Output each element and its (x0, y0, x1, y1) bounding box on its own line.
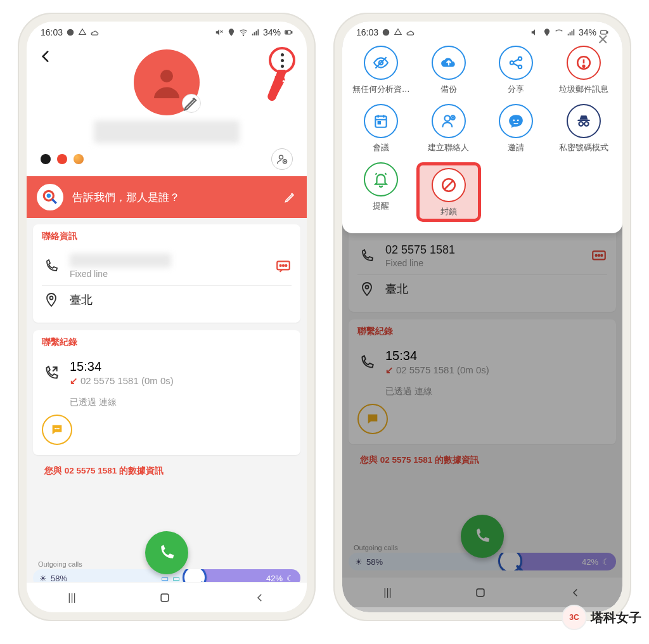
chat-bubble-button[interactable] (42, 415, 72, 445)
phone-icon (44, 259, 59, 274)
svg-rect-45 (577, 120, 590, 121)
sheet-spam[interactable]: 垃圾郵件訊息 (551, 46, 617, 95)
svg-point-3 (243, 35, 243, 35)
call-log-row[interactable]: 15:34 ↙02 5575 1581 (0m 0s) (42, 353, 292, 393)
svg-rect-51 (601, 30, 607, 34)
status-app-icon (66, 28, 75, 37)
status-mute-icon (215, 28, 224, 37)
message-icon[interactable] (275, 258, 292, 274)
person-plus-icon (440, 113, 457, 129)
banner-text: 告訴我們，那人是誰？ (72, 190, 180, 205)
status-battery: 34% (263, 27, 281, 37)
contact-avatar[interactable] (134, 49, 200, 115)
sheet-remind[interactable]: 提醒 (349, 162, 414, 222)
sheet-create-contact[interactable]: 建立聯絡人 (416, 104, 482, 153)
svg-rect-21 (161, 594, 169, 602)
nav-home[interactable] (158, 591, 171, 604)
svg-point-41 (444, 115, 450, 121)
svg-line-49 (444, 181, 453, 190)
bell-icon (373, 171, 389, 188)
svg-point-43 (513, 120, 515, 122)
chat-icon (50, 423, 64, 437)
share-icon (508, 55, 524, 71)
cloud-up-icon (440, 55, 457, 71)
data-info-header: 您與 02 5575 1581 的數據資訊 (33, 463, 300, 480)
phone-icon (157, 543, 176, 562)
incognito-icon (575, 113, 592, 129)
status-wifi-icon (239, 28, 248, 37)
back-button[interactable] (37, 48, 55, 66)
svg-point-20 (58, 428, 60, 429)
add-friend-button[interactable] (271, 148, 293, 170)
outgoing-call-icon (43, 365, 60, 382)
sheet-share[interactable]: 分享 (484, 46, 549, 95)
contact-header (27, 43, 307, 176)
nav-back[interactable] (254, 592, 266, 603)
edit-avatar-button[interactable] (182, 94, 201, 113)
svg-point-17 (50, 297, 53, 300)
phone-mockup-left: 16:03 34% (18, 13, 316, 621)
contact-info-header: 聯絡資訊 (42, 231, 292, 242)
svg-rect-5 (292, 32, 292, 33)
svg-point-16 (285, 265, 286, 266)
action-sheet: ✕ 無任何分析資… 備份 分享 垃圾郵件訊息 (342, 22, 622, 233)
screen-right: 16:03 34% 聯絡資訊 02 5575 1581 Fixed line (342, 22, 622, 612)
contact-info-card: 聯絡資訊 Fixed line 臺北 (33, 224, 300, 323)
history-card: 聯繫紀錄 15:34 ↙02 5575 1581 (0m 0s) 已透過 連線 (33, 330, 300, 455)
pencil-icon (183, 84, 200, 122)
person-icon (148, 63, 186, 101)
watermark-brand: 3C 塔科女子 (562, 605, 641, 630)
connected-via: 已透過 連線 (42, 393, 292, 409)
sheet-private[interactable]: 私密號碼模式 (551, 104, 617, 153)
calendar-icon (373, 113, 389, 129)
block-icon (440, 177, 457, 193)
android-nav-bar: ||| (27, 582, 307, 612)
svg-point-50 (383, 29, 390, 36)
sheet-block-highlighted[interactable]: 封鎖 (416, 162, 482, 222)
tag-dot-black[interactable] (41, 154, 51, 164)
tag-dot-red[interactable] (57, 154, 67, 164)
contact-name-redacted (94, 120, 240, 143)
status-bar: 16:03 34% (342, 22, 622, 43)
status-location-icon (227, 28, 236, 37)
history-header: 聯繫紀錄 (42, 337, 292, 348)
status-drive-icon (78, 28, 87, 37)
location-row[interactable]: 臺北 (42, 285, 292, 314)
color-tags (35, 143, 298, 172)
status-batt-icon (284, 28, 293, 37)
svg-point-7 (160, 70, 173, 82)
pencil-icon[interactable] (284, 191, 297, 203)
magnifier-icon (37, 184, 63, 210)
sheet-invite[interactable]: 邀請 (484, 104, 549, 153)
svg-point-46 (579, 122, 583, 126)
identify-banner[interactable]: 告訴我們，那人是誰？ (27, 176, 307, 218)
svg-rect-40 (378, 122, 380, 124)
svg-rect-52 (607, 32, 608, 33)
sheet-meeting[interactable]: 會議 (349, 104, 414, 153)
svg-point-8 (280, 155, 283, 159)
svg-point-44 (517, 120, 519, 122)
status-cloud-icon (90, 28, 99, 37)
tag-dot-amber[interactable] (74, 154, 84, 164)
screen-left: 16:03 34% (27, 22, 307, 612)
svg-point-0 (67, 29, 74, 36)
kebab-icon (281, 53, 284, 68)
svg-point-35 (582, 65, 584, 67)
location-text: 臺北 (70, 292, 292, 307)
outgoing-arrow-icon: ↙ (70, 375, 78, 386)
sheet-analytics[interactable]: 無任何分析資… (349, 46, 414, 95)
brand-avatar-icon: 3C (562, 605, 587, 630)
svg-point-47 (584, 122, 589, 126)
svg-point-14 (280, 265, 281, 266)
call-fab[interactable] (145, 531, 188, 574)
svg-point-18 (55, 428, 56, 429)
phone-row[interactable]: Fixed line (42, 247, 292, 285)
call-detail: 02 5575 1581 (0m 0s) (80, 375, 174, 386)
annotation-arrow (257, 70, 288, 103)
status-time: 16:03 (41, 27, 63, 37)
status-bar: 16:03 34% (27, 22, 307, 43)
sheet-backup[interactable]: 備份 (416, 46, 482, 95)
svg-point-15 (283, 265, 284, 266)
nav-recents[interactable]: ||| (68, 592, 75, 603)
status-signal-icon (251, 28, 260, 37)
